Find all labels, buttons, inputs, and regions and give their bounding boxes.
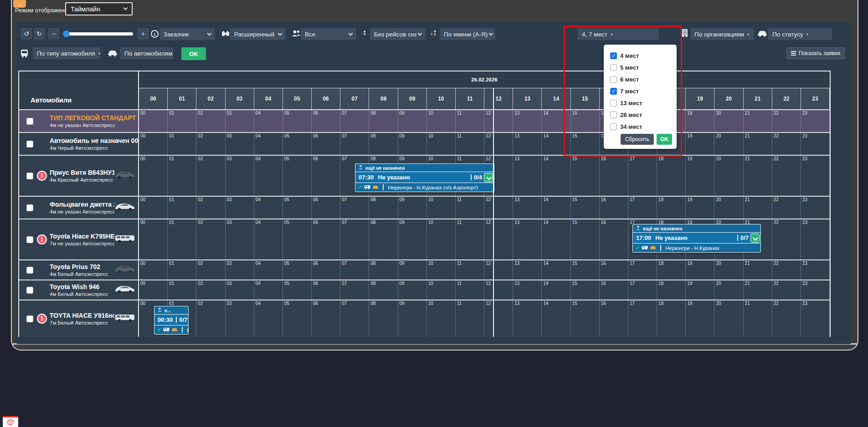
hour-cell: 16 bbox=[600, 197, 628, 219]
caret-down-icon: ▼ bbox=[98, 52, 100, 55]
vehicle-row: Фольцваген джетта 284 4м не указан Автоэ… bbox=[19, 196, 830, 219]
hour-cell: 04 bbox=[254, 133, 283, 155]
name-sort-select[interactable]: По имени (А-Я) bbox=[440, 28, 495, 40]
hour-header-cell: 03 bbox=[226, 88, 254, 109]
row-checkbox[interactable] bbox=[26, 173, 33, 179]
hour-header-cell: 14 bbox=[542, 88, 570, 109]
hour-cell: 15 bbox=[571, 156, 600, 196]
hour-cell: 03 bbox=[226, 300, 254, 337]
checkbox-checked[interactable]: ✓ bbox=[610, 88, 617, 95]
hour-header-cell: 22 bbox=[772, 88, 801, 109]
trip-count-badge: 1 bbox=[37, 171, 47, 181]
display-mode-select[interactable]: Таймлайн bbox=[65, 2, 133, 15]
hour-cell: 21 bbox=[744, 197, 772, 219]
hour-cell: 04 bbox=[254, 110, 283, 132]
zoom-out-button[interactable]: − bbox=[48, 28, 59, 39]
hour-header-cell: 02 bbox=[196, 88, 225, 109]
reset-button[interactable]: Сбросить bbox=[621, 134, 654, 145]
seats-filter-dropdown[interactable]: 4, 7 мест▼ bbox=[578, 28, 659, 40]
vehicle-type-dropdown[interactable]: По типу автомобиля▼ bbox=[33, 47, 100, 59]
hour-header-cell: 07 bbox=[340, 88, 369, 109]
row-checkbox[interactable] bbox=[26, 315, 33, 322]
zoom-slider[interactable] bbox=[64, 32, 133, 36]
seats-option[interactable]: 13 мест bbox=[610, 97, 677, 109]
booking-expand-button[interactable] bbox=[484, 173, 493, 182]
hour-cell: 09 bbox=[398, 219, 427, 259]
sort-direction-icon[interactable]: ▲▼ bbox=[363, 30, 366, 36]
filters-ok-button[interactable]: OK bbox=[181, 47, 206, 60]
seats-option[interactable]: 6 мест bbox=[610, 73, 677, 85]
booking-route: Н.К... bbox=[187, 327, 188, 333]
hour-cell: 04 bbox=[254, 300, 283, 337]
vehicle-title: Приус Витя В643НУ14 bbox=[50, 169, 114, 176]
seats-option-label: 4 мест bbox=[620, 52, 639, 59]
show-requests-button[interactable]: Показать заявки bbox=[786, 47, 845, 59]
hour-cell: 15 bbox=[571, 280, 600, 300]
chevron-down-icon bbox=[207, 31, 212, 36]
hour-cell: 06 bbox=[312, 197, 340, 219]
booking-time: 07:30 bbox=[359, 174, 374, 181]
checkbox-checked[interactable]: ✓ bbox=[610, 52, 617, 59]
row-checkbox[interactable] bbox=[26, 118, 33, 125]
van-icon bbox=[163, 327, 169, 333]
hour-cell: 17 bbox=[628, 280, 657, 300]
hour-cell: 22 bbox=[772, 219, 801, 259]
chevron-down-icon bbox=[418, 31, 422, 36]
hour-cell: 06 bbox=[312, 133, 340, 155]
checkbox-unchecked[interactable] bbox=[610, 100, 617, 107]
hour-cell: 22 bbox=[772, 197, 801, 219]
row-grid: 0001020304050607080910111213141516171819… bbox=[139, 219, 830, 259]
seats-option[interactable]: ✓4 мест bbox=[610, 50, 677, 61]
row-checkbox[interactable] bbox=[26, 204, 33, 211]
zoom-slider-thumb[interactable] bbox=[63, 30, 70, 37]
hour-cell: 05 bbox=[283, 156, 312, 196]
booking-capacity: 0/7 bbox=[179, 316, 187, 323]
booking-block[interactable]: ещё не назначен07:30Не указано0/4✓Нерюнг… bbox=[355, 163, 494, 192]
hour-cell: 05 bbox=[283, 110, 312, 132]
row-checkbox[interactable] bbox=[26, 236, 33, 243]
row-checkbox[interactable] bbox=[26, 267, 33, 274]
redo-button[interactable]: ↻ bbox=[34, 28, 45, 39]
checkbox-unchecked[interactable] bbox=[610, 76, 617, 83]
seats-option[interactable]: ✓7 мест bbox=[610, 85, 677, 97]
seats-option[interactable]: 5 мест bbox=[610, 61, 677, 73]
debugbar-toggle[interactable] bbox=[3, 416, 18, 427]
hour-cell: 14 bbox=[542, 110, 570, 132]
undo-button[interactable]: ↺ bbox=[21, 28, 32, 39]
vehicles-dropdown[interactable]: По автомобилям▼ bbox=[120, 47, 173, 59]
organizations-dropdown[interactable]: По организациям▼ bbox=[690, 28, 754, 40]
booking-expand-button[interactable] bbox=[750, 234, 760, 243]
booking-block[interactable]: ещё не назначен17:00Не указано0/7✓Нерюнг… bbox=[632, 224, 761, 253]
hour-cell: 00 bbox=[139, 280, 168, 300]
booking-block[interactable]: е...00:300/7✓Н.К... bbox=[154, 306, 189, 335]
popup-ok-button[interactable]: OK bbox=[657, 134, 672, 145]
vehicle-cell: Toyota Prius 702 4м Белый Автоэкспресс bbox=[19, 260, 139, 280]
hour-cell: 05 bbox=[283, 133, 312, 155]
checkbox-unchecked[interactable] bbox=[610, 112, 617, 118]
checkbox-unchecked[interactable] bbox=[610, 123, 617, 130]
customer-select[interactable]: Заказчик bbox=[159, 28, 215, 40]
zoom-in-button[interactable]: + bbox=[138, 28, 149, 39]
hour-cell: 04 bbox=[254, 260, 283, 280]
view-mode-select[interactable]: Расширенный bbox=[230, 28, 286, 40]
flights-order-select[interactable]: Без рейсов сначал bbox=[370, 28, 426, 40]
date-header: 26.02.2026 bbox=[139, 71, 830, 88]
hour-cell: 01 bbox=[168, 133, 196, 155]
info-icon: i bbox=[151, 30, 159, 38]
status-dropdown[interactable]: По статусу▼ bbox=[768, 28, 832, 40]
drivers-select[interactable]: Все bbox=[301, 28, 356, 40]
hour-cell: 19 bbox=[686, 197, 714, 219]
hour-cell: 19 bbox=[686, 300, 714, 337]
row-checkbox[interactable] bbox=[26, 141, 33, 147]
checkbox-unchecked[interactable] bbox=[610, 64, 617, 71]
check-icon: ✓ bbox=[157, 327, 161, 333]
hour-cell: 19 bbox=[686, 133, 714, 155]
taxi-icon bbox=[650, 245, 656, 251]
booking-assignee: е... bbox=[154, 306, 188, 315]
hour-cell: 11 bbox=[456, 300, 484, 337]
seats-option[interactable]: 28 мест bbox=[610, 109, 677, 121]
vehicle-row: Автомобиль не назначен 003 4м Черый Авто… bbox=[19, 132, 830, 155]
row-checkbox[interactable] bbox=[26, 287, 33, 294]
hour-cell: 00 bbox=[139, 133, 168, 155]
seats-option[interactable]: 34 мест bbox=[610, 121, 677, 132]
